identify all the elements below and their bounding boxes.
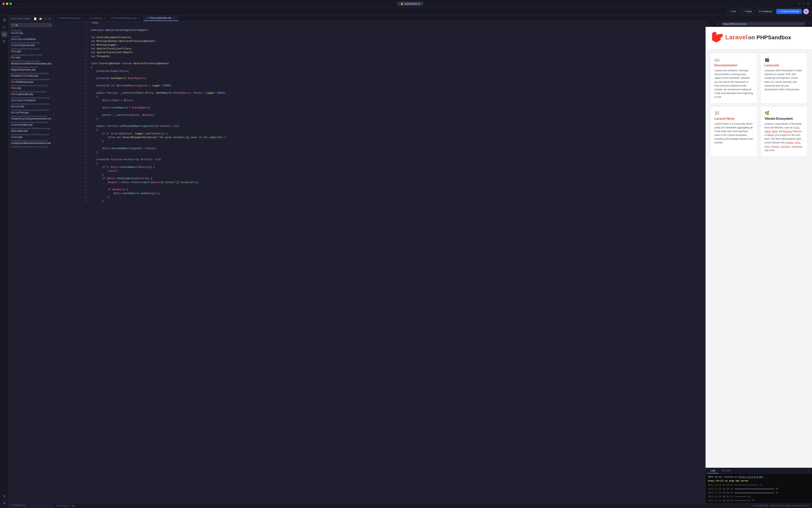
table-row: 37 [54, 155, 705, 158]
minimize-button[interactable] [6, 3, 8, 5]
logs-close-button[interactable]: ✕ [806, 469, 810, 473]
info-badge: INFO [708, 475, 713, 479]
tab-flareloghandler[interactable]: ⬡ FlareLogHandler.php ✕ [144, 15, 178, 21]
list-item: Press Ctrl+C to stop the server [708, 479, 810, 483]
preview-url-input[interactable] [721, 22, 805, 26]
activity-git[interactable] [1, 38, 7, 45]
php-version-status[interactable]: ⚙ PHP v8.1 ▾ [56, 504, 70, 507]
list-item[interactable]: vendor/symfony/error-handler/Resources/b… [9, 96, 53, 102]
windows-button[interactable]: ⧉ [807, 2, 810, 6]
tab-close-welcome[interactable]: ✕ [82, 17, 84, 19]
card-title-ecosystem: Vibrant Ecosystem [765, 117, 803, 121]
activity-account[interactable] [1, 500, 7, 506]
new-tab-button[interactable]: + [802, 2, 805, 6]
avatar[interactable]: U [803, 9, 809, 14]
list-item[interactable]: vendor/phpunit/phpunit/src/Framework/Ex [9, 145, 53, 151]
tab-logs[interactable]: Logs [707, 468, 719, 473]
url-bar[interactable]: 🔒 phpsandbox.io [397, 2, 423, 6]
activity-settings[interactable] [1, 493, 7, 499]
chevron-down-icon: ▾ [69, 504, 70, 507]
preview-panel: ‹ › ↺ ↗ [705, 21, 812, 503]
share-button[interactable]: ↗ Share [740, 9, 755, 14]
list-item[interactable]: vendor/phpunit/phpunit/src/Util RegularE… [9, 66, 53, 72]
sidebar-header-icons: 📄 📁 ↺ ⊟ [33, 17, 51, 20]
table-row: 14 protected Flare $flare; [54, 70, 705, 73]
status-right: ↩ Use [⌘/CTRL + Enter] from the editor t… [752, 504, 810, 507]
svg-line-13 [13, 26, 14, 26]
ecosystem-icon: 🌿 [765, 111, 803, 115]
preview-open-external[interactable]: ↗ [806, 22, 810, 26]
tab-welcome[interactable]: ⬡ welcome.blade.php ✕ [54, 15, 87, 21]
fork-label: Fork [731, 10, 736, 13]
list-item[interactable]: vendor/laravel/framework/src/Illuminate/… [9, 115, 53, 121]
table-row: 7use Monolog\Logger; [54, 43, 705, 47]
table-row: 22 $this->flare = $flare; [54, 99, 705, 102]
list-item: INFO Server running on [http://0.0.0.0:8… [708, 475, 810, 479]
list-item[interactable]: vendor/bin patch-type-declarations [9, 35, 53, 41]
tab-close-flareloghandler[interactable]: ✕ [173, 17, 175, 19]
back-button[interactable]: ‹ [15, 2, 18, 6]
svg-point-5 [3, 40, 4, 41]
close-button[interactable] [2, 3, 5, 5]
svg-point-12 [12, 24, 14, 26]
list-item[interactable]: vendor/spatie/laravel-ignition/config fl… [9, 53, 53, 59]
search-clear-button[interactable]: ✕ [49, 24, 51, 27]
svg-point-3 [3, 26, 5, 28]
table-row: 48 } [54, 196, 705, 199]
activity-menu[interactable] [1, 17, 7, 23]
svg-point-11 [4, 502, 5, 503]
ok-icon: ● [73, 505, 74, 507]
code-editor[interactable]: 1<?php 2 3namespace Spatie\LaravelIgniti… [54, 21, 705, 503]
list-item[interactable]: vendor/monolog/monolog/src/Monolog/For S… [9, 121, 53, 127]
list-item[interactable]: vendor/spatie/laravel-ignition/src/Facad… [9, 84, 53, 90]
activity-bar [0, 15, 9, 508]
list-item[interactable]: vendor/nikic/php-parser/lib/PhpParser/Bu… [9, 127, 53, 133]
tab-terminal[interactable]: Terminal [719, 468, 734, 473]
tab-label: FlareLogHandler.php [149, 16, 172, 19]
table-row: 9use Spatie\FlareClient\Report; [54, 51, 705, 54]
preview-toolbar: ‹ › ↺ ↗ [706, 21, 812, 27]
list-item[interactable]: vendor/spatie/flare-client-php/src Flare… [9, 47, 53, 53]
tab-close-web[interactable]: ✕ [103, 17, 106, 19]
status-hint: ↩ Use [⌘/CTRL + Enter] from the editor t… [752, 504, 810, 507]
new-folder-button[interactable]: 📁 [38, 17, 43, 20]
list-item[interactable]: vendor/symfony/routing/Exception RouteCi… [9, 59, 53, 66]
list-item[interactable]: vendor/sebastian/comparator/src ScalarCo… [9, 41, 53, 47]
table-row: 13{ [54, 66, 705, 69]
forward-button[interactable]: › [20, 2, 23, 6]
svg-rect-1 [3, 20, 6, 20]
tab-web[interactable]: ⬡ web.php ✕ [87, 15, 108, 21]
collapse-button[interactable]: ⊟ [48, 17, 51, 20]
share-icon-btn[interactable]: ↗ [797, 2, 801, 6]
activity-search[interactable] [1, 24, 7, 31]
table-row: 46 if ($report) { [54, 188, 705, 192]
card-title-documentation: Documentation [715, 64, 753, 67]
list-item[interactable]: vendor/hamcrest/hamcrest-php/tests/Hamcr… [9, 109, 53, 115]
feedback-button[interactable]: ✉ Feedback [756, 9, 775, 14]
list-item[interactable]: storage/logs laravel.Log [9, 29, 53, 35]
laravel-logo-icon [712, 32, 723, 43]
search-input[interactable] [15, 24, 48, 27]
list-item[interactable]: vendor/spatie/laravel-ignition/src/Suppo… [9, 90, 53, 96]
fullscreen-button[interactable] [9, 3, 12, 5]
list-item[interactable]: vendor/hamcrest/hamcrest-php/hamcrest/Ha… [9, 102, 53, 109]
tab-icon: ⬡ [146, 16, 148, 19]
tab-flaremiddleware[interactable]: ⬡ FlareMiddleware.php ✕ [109, 15, 144, 21]
preview-forward-button[interactable]: › [712, 22, 715, 26]
create-notebook-button[interactable]: + Create Notebook [776, 9, 802, 14]
list-item[interactable]: vendor/spatie/flare-client-php/src/Flare… [9, 78, 53, 84]
list-item[interactable]: vendor/spatie/flare-client-php/src/Contr… [9, 72, 53, 78]
new-file-button[interactable]: 📄 [33, 17, 38, 20]
preview-reload-button[interactable]: ↺ [716, 22, 720, 26]
refresh-button[interactable]: ↺ [44, 17, 47, 20]
preview-back-button[interactable]: ‹ [707, 22, 710, 26]
svg-rect-2 [3, 21, 6, 21]
table-row: 4 [54, 32, 705, 36]
laravel-word: Laravel [725, 34, 748, 41]
fork-button[interactable]: ⑂ Fork [726, 9, 739, 14]
logs-expand-button[interactable]: ⌃ [801, 469, 806, 473]
tab-close-flaremiddleware[interactable]: ✕ [138, 17, 141, 19]
list-item[interactable]: vendor/phpunit/phpunit/src/Framework/Ex … [9, 139, 53, 145]
activity-files[interactable] [1, 31, 7, 38]
list-item[interactable]: vendor/nikic/php-parser/lib/PhpParser/No… [9, 133, 53, 139]
